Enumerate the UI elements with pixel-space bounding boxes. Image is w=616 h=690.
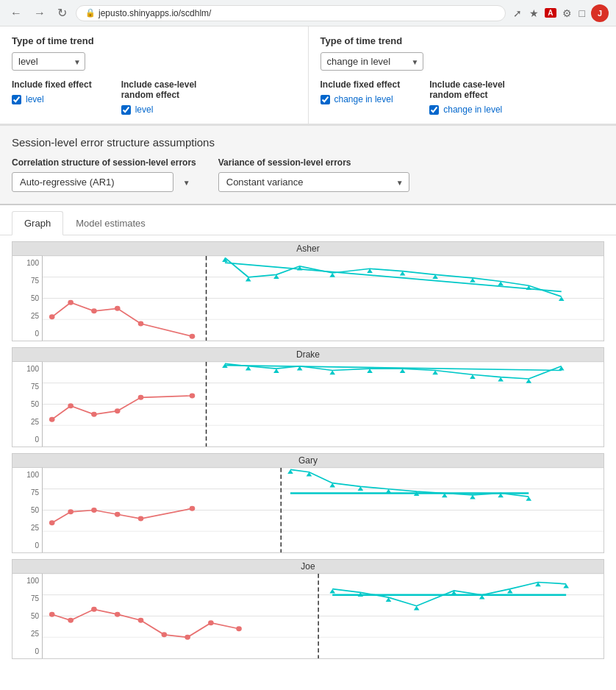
svg-point-56: [49, 520, 55, 525]
reload-button[interactable]: ↻: [54, 4, 70, 21]
chart-asher-body: 100 75 50 25 0: [12, 256, 604, 341]
left-trend-select-wrap: level trend quadratic ▼: [12, 52, 85, 71]
left-trend-title: Type of time trend: [12, 35, 296, 46]
var-label: Variance of session-level errors: [218, 157, 409, 168]
left-fixed-checkbox[interactable]: [12, 95, 21, 104]
svg-point-81: [91, 607, 97, 612]
time-trend-section: Type of time trend level trend quadratic…: [0, 26, 616, 125]
chart-asher-plot: [42, 256, 604, 341]
left-fixed-col: Include fixed effect level: [12, 79, 92, 115]
left-fixed-label: Include fixed effect: [12, 79, 92, 90]
right-random-value: change in level: [443, 104, 502, 115]
left-fixed-value: level: [26, 94, 44, 104]
chart-gary-svg: [43, 468, 604, 552]
session-controls: Correlation structure of session-level e…: [12, 157, 604, 192]
right-trend-select-wrap: level change in level trend ▼: [320, 52, 423, 71]
svg-point-34: [115, 408, 121, 413]
address-bar[interactable]: 🔒 jepusto.shinyapps.io/scdhlm/: [76, 5, 506, 21]
svg-point-8: [91, 308, 97, 313]
chart-drake-plot: [42, 362, 604, 447]
chart-drake: Drake 100 75 50 25 0: [12, 347, 604, 447]
chart-gary-yaxis: 100 75 50 25 0: [12, 468, 42, 552]
right-fixed-checkbox-row[interactable]: change in level: [320, 94, 401, 104]
right-fixed-label: Include fixed effect: [320, 79, 401, 90]
right-random-checkbox[interactable]: [429, 105, 439, 115]
chart-joe-title: Joe: [12, 560, 604, 574]
tabs-section: Graph Model estimates: [0, 205, 616, 235]
right-trend-panel: Type of time trend level change in level…: [309, 26, 617, 124]
svg-line-49: [225, 366, 562, 371]
svg-point-60: [138, 516, 144, 522]
svg-marker-16: [329, 273, 335, 277]
star-icon[interactable]: ★: [528, 6, 540, 21]
right-effects-row: Include fixed effect change in level Inc…: [320, 79, 605, 115]
svg-marker-41: [329, 371, 335, 375]
user-avatar[interactable]: J: [591, 4, 609, 22]
svg-point-85: [185, 635, 190, 640]
chart-gary-body: 100 75 50 25 0: [12, 468, 604, 552]
svg-point-33: [91, 412, 97, 417]
url-text: jepusto.shinyapps.io/scdhlm/: [99, 8, 211, 18]
var-select[interactable]: Constant variance Log-linear: [218, 172, 409, 192]
svg-marker-13: [246, 277, 251, 282]
chart-joe-svg: [43, 574, 604, 658]
svg-point-86: [208, 620, 214, 625]
right-random-label: Include case-levelrandom effect: [429, 79, 505, 100]
svg-marker-91: [414, 606, 420, 611]
session-section: Session-level error structure assumption…: [0, 125, 616, 205]
window-icon[interactable]: □: [578, 6, 587, 21]
forward-button[interactable]: →: [31, 5, 49, 21]
left-random-value: level: [135, 104, 154, 115]
svg-point-79: [49, 612, 55, 617]
chart-asher: Asher 100 75 50 25 0: [12, 241, 604, 341]
extensions-icon[interactable]: ⚙: [561, 6, 573, 21]
chart-asher-yaxis: 100 75 50 25 0: [12, 256, 42, 341]
corr-label: Correlation structure of session-level e…: [12, 157, 196, 168]
corr-select-arrow: ▼: [183, 178, 190, 186]
left-random-checkbox-row[interactable]: level: [121, 104, 197, 115]
tab-model-estimates[interactable]: Model estimates: [63, 211, 158, 235]
left-fixed-checkbox-row[interactable]: level: [12, 94, 92, 104]
left-trend-select[interactable]: level trend quadratic: [12, 52, 85, 71]
svg-marker-71: [526, 497, 531, 501]
svg-point-10: [138, 321, 144, 327]
right-trend-select[interactable]: level change in level trend: [320, 52, 423, 71]
chart-joe-plot: [42, 574, 604, 658]
right-trend-dropdown-wrap: level change in level trend ▼: [320, 52, 605, 71]
svg-point-11: [190, 334, 196, 339]
svg-point-58: [91, 508, 97, 513]
svg-point-35: [138, 395, 144, 400]
var-control-group: Variance of session-level errors Constan…: [218, 157, 409, 192]
chart-asher-title: Asher: [12, 242, 604, 256]
svg-marker-47: [526, 379, 531, 383]
left-random-col: Include case-levelrandom effect level: [121, 79, 197, 115]
chart-gary: Gary 100 75 50 25 0: [12, 453, 604, 553]
chart-gary-plot: [42, 468, 604, 552]
left-effects-row: Include fixed effect level Include case-…: [12, 79, 296, 115]
right-random-checkbox-row[interactable]: change in level: [429, 104, 505, 115]
chart-joe: Joe 100 75 50 25 0: [12, 559, 604, 659]
corr-select[interactable]: Auto-regressive (AR1) Independent Compou…: [12, 172, 173, 192]
right-random-col: Include case-levelrandom effect change i…: [429, 79, 505, 115]
chart-asher-svg: [43, 256, 604, 341]
tab-list: Graph Model estimates: [12, 211, 604, 235]
main-content: Type of time trend level trend quadratic…: [0, 26, 616, 665]
svg-point-32: [68, 403, 74, 408]
left-trend-panel: Type of time trend level trend quadratic…: [0, 26, 309, 124]
chart-drake-yaxis: 100 75 50 25 0: [12, 362, 42, 447]
svg-point-61: [190, 506, 196, 511]
tab-graph[interactable]: Graph: [12, 211, 63, 235]
svg-point-57: [68, 509, 74, 514]
share-icon[interactable]: ➚: [512, 6, 523, 21]
var-select-wrap: Constant variance Log-linear ▼: [218, 172, 409, 192]
pdf-icon[interactable]: A: [545, 8, 556, 18]
right-fixed-checkbox[interactable]: [320, 95, 330, 104]
back-button[interactable]: ←: [7, 5, 25, 21]
right-fixed-col: Include fixed effect change in level: [320, 79, 401, 115]
left-random-checkbox[interactable]: [121, 105, 131, 115]
right-fixed-value: change in level: [334, 94, 393, 104]
chart-gary-title: Gary: [12, 454, 604, 468]
browser-chrome: ← → ↻ 🔒 jepusto.shinyapps.io/scdhlm/ ➚ ★…: [0, 0, 616, 26]
svg-point-82: [115, 612, 121, 617]
svg-point-59: [115, 512, 121, 517]
